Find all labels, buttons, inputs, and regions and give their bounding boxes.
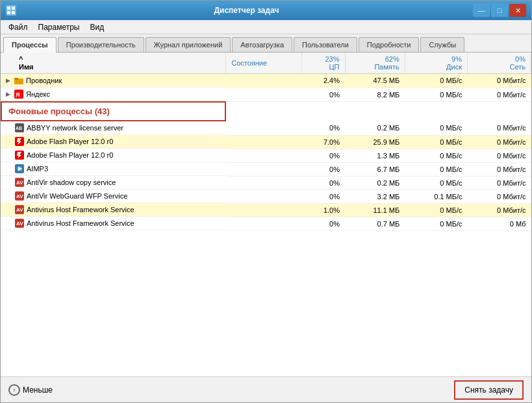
process-mem-cell: 47.5 МБ [345, 74, 405, 88]
process-mem-cell: 1.3 МБ [345, 149, 405, 162]
process-state-cell [226, 121, 302, 135]
process-net-cell: 0 Мбит/с [467, 176, 531, 189]
table-row[interactable]: AVAntiVir shadow copy service0%0.2 МБ0 М… [1, 176, 531, 189]
less-button[interactable]: ↑ Меньше [8, 384, 53, 396]
process-table-container[interactable]: ^ Имя Состояние 23% ЦП 62% Память [1, 53, 531, 376]
process-net-cell: 0 Мбит/с [467, 189, 531, 203]
expand-arrow[interactable]: ▶ [6, 91, 10, 97]
process-disk-cell: 0 МБ/с [405, 135, 467, 149]
table-row[interactable]: Фоновые процессы (43) [1, 101, 531, 121]
table-row[interactable]: AVAntiVir WebGuard WFP Service0%3.2 МБ0.… [1, 189, 531, 203]
window-title: Диспетчер задач [20, 6, 473, 15]
process-name-label: Яндекс [26, 90, 50, 98]
task-manager-window: Диспетчер задач — □ ✕ Файл Параметры Вид… [0, 0, 532, 403]
svg-text:Я: Я [16, 92, 19, 98]
process-mem-cell: 0.7 МБ [345, 217, 405, 230]
process-name-cell: AVAntivirus Host Framework Service [1, 217, 226, 230]
process-disk-cell: 0 МБ/с [405, 217, 467, 230]
process-name-cell: AVAntivirus Host Framework Service [1, 203, 226, 217]
menu-bar: Файл Параметры Вид [1, 20, 531, 34]
window-controls: — □ ✕ [473, 4, 526, 17]
table-row[interactable]: Adobe Flash Player 12.0 r00%1.3 МБ0 МБ/с… [1, 149, 531, 162]
section-header-cell: Фоновые процессы (43) [1, 101, 226, 121]
col-header-cpu[interactable]: 23% ЦП [301, 53, 345, 74]
tab-startup[interactable]: Автозагрузка [232, 37, 292, 52]
table-row[interactable]: AIMP30%6.7 МБ0 МБ/с0 Мбит/с [1, 162, 531, 176]
svg-text:AB: AB [16, 126, 22, 130]
process-disk-cell: 0 МБ/с [405, 88, 467, 101]
col-name-label: Имя [19, 63, 33, 71]
expand-arrow[interactable]: ▶ [6, 77, 10, 84]
maximize-button[interactable]: □ [491, 4, 508, 17]
svg-rect-1 [12, 6, 15, 10]
process-mem-cell: 11.1 МБ [345, 203, 405, 217]
minimize-button[interactable]: — [473, 4, 490, 17]
process-state-cell [226, 162, 302, 176]
process-cpu-cell: 7.0% [301, 135, 345, 149]
process-net-cell: 0 Мбит/с [467, 74, 531, 88]
process-state-cell [226, 149, 302, 162]
tab-details[interactable]: Подробности [359, 37, 420, 52]
process-mem-cell: 0.2 МБ [345, 121, 405, 135]
process-name-label: Adobe Flash Player 12.0 r0 [27, 138, 113, 145]
svg-text:AV: AV [16, 180, 23, 186]
process-cpu-cell: 0% [301, 176, 345, 189]
menu-params[interactable]: Параметры [33, 21, 85, 33]
table-row[interactable]: Adobe Flash Player 12.0 r07.0%25.9 МБ0 М… [1, 135, 531, 149]
menu-file[interactable]: Файл [3, 21, 33, 33]
col-header-disk[interactable]: 9% Диск [405, 53, 467, 74]
svg-text:AV: AV [16, 221, 23, 226]
tab-users[interactable]: Пользователи [294, 37, 357, 52]
tab-app-history[interactable]: Журнал приложений [146, 37, 231, 52]
table-row[interactable]: AVAntivirus Host Framework Service0%0.7 … [1, 217, 531, 230]
process-disk-cell: 0 МБ/с [405, 176, 467, 189]
close-button[interactable]: ✕ [509, 4, 526, 17]
table-header-row: ^ Имя Состояние 23% ЦП 62% Память [1, 53, 531, 74]
process-name-cell: AIMP3 [1, 162, 226, 176]
process-name-label: Adobe Flash Player 12.0 r0 [27, 151, 113, 159]
col-header-net[interactable]: 0% Сеть [467, 53, 531, 74]
table-row[interactable]: ABABBYY network license server0%0.2 МБ0 … [1, 121, 531, 135]
tab-processes[interactable]: Процессы [3, 37, 57, 53]
tab-services[interactable]: Службы [420, 37, 464, 52]
abbyy-icon: AB [15, 123, 24, 132]
process-state-cell [226, 217, 302, 230]
process-net-cell: 0 Мбит/с [467, 162, 531, 176]
col-header-state[interactable]: Состояние [226, 53, 302, 74]
process-net-cell: 0 Мбит/с [467, 203, 531, 217]
process-disk-cell: 0 МБ/с [405, 74, 467, 88]
process-mem-cell: 8.2 МБ [345, 88, 405, 101]
process-net-cell: 0 Мбит/с [467, 135, 531, 149]
table-row[interactable]: AVAntivirus Host Framework Service1.0%11… [1, 203, 531, 217]
process-name-cell: Adobe Flash Player 12.0 r0 [1, 149, 226, 162]
end-task-button[interactable]: Снять задачу [454, 380, 524, 400]
process-name-label: Antivirus Host Framework Service [27, 206, 134, 214]
svg-rect-5 [14, 78, 18, 80]
antivir-icon: AV [15, 191, 24, 201]
process-name-cell: ▶Проводник [1, 74, 226, 88]
col-header-mem[interactable]: 62% Память [345, 53, 405, 74]
process-name-label: Проводник [26, 77, 62, 84]
col-header-name[interactable]: ^ Имя [1, 53, 226, 74]
svg-rect-2 [7, 11, 10, 14]
tab-performance[interactable]: Производительность [58, 37, 144, 52]
less-label: Меньше [23, 385, 53, 395]
flash-icon [15, 151, 24, 160]
process-cpu-cell: 1.0% [301, 203, 345, 217]
process-cpu-cell: 0% [301, 189, 345, 203]
process-disk-cell: 0 МБ/с [405, 203, 467, 217]
less-icon: ↑ [8, 384, 20, 396]
table-row[interactable]: ▶ЯЯндекс0%8.2 МБ0 МБ/с0 Мбит/с [1, 88, 531, 101]
process-state-cell [226, 189, 302, 203]
antivir-icon: AV [15, 219, 24, 228]
process-name-cell: AVAntiVir shadow copy service [1, 176, 226, 189]
process-mem-cell: 25.9 МБ [345, 135, 405, 149]
process-mem-cell: 3.2 МБ [345, 189, 405, 203]
process-net-cell: 0 Мбит/с [467, 149, 531, 162]
menu-view[interactable]: Вид [84, 21, 109, 33]
yandex-icon: Я [14, 90, 23, 99]
table-row[interactable]: ▶Проводник2.4%47.5 МБ0 МБ/с0 Мбит/с [1, 74, 531, 88]
process-name-label: Antivirus Host Framework Service [27, 219, 134, 227]
process-mem-cell: 0.2 МБ [345, 176, 405, 189]
antivir-icon: AV [15, 178, 24, 187]
